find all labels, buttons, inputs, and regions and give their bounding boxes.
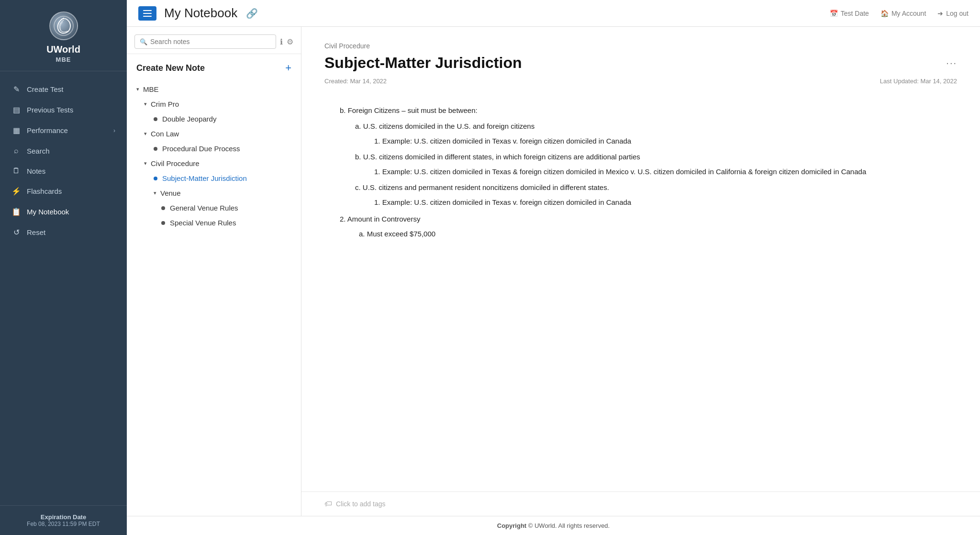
topbar-actions: 📅 Test Date 🏠 My Account ➜ Log out [830, 10, 969, 17]
note-created-date: Created: Mar 14, 2022 [324, 78, 387, 85]
search-actions: ℹ ⚙ [280, 37, 293, 46]
sidebar-item-create-test[interactable]: ✎ Create Test [0, 79, 127, 100]
performance-icon: ▦ [11, 126, 21, 135]
note-content-2a: a. Must exceed $75,000 [359, 227, 957, 240]
info-button[interactable]: ℹ [280, 37, 283, 46]
tree-item-label: Double Jeopardy [162, 115, 216, 123]
tree-item-label: Civil Procedure [151, 159, 200, 167]
bullet-icon [161, 206, 165, 210]
sidebar-item-my-notebook[interactable]: 📋 My Notebook [0, 201, 127, 222]
tree-item-procedural-due-process[interactable]: Procedural Due Process [127, 141, 301, 156]
tree-item-con-law[interactable]: ▾ Con Law [127, 126, 301, 141]
note-content-1b: 1. Example: U.S. citizen domiciled in Te… [374, 165, 957, 178]
calendar-icon: 📅 [830, 10, 838, 17]
filter-button[interactable]: ⚙ [287, 37, 293, 46]
tree-item-crim-pro[interactable]: ▾ Crim Pro [127, 97, 301, 111]
sidebar-item-label: Flashcards [27, 187, 62, 195]
bullet-icon [154, 147, 157, 151]
search-icon: 🔍 [140, 38, 147, 45]
my-account-action[interactable]: 🏠 My Account [880, 10, 926, 17]
tree-container: ▾ MBE ▾ Crim Pro Double Jeopardy ▾ Con L… [127, 82, 301, 516]
main-content: My Notebook 🔗 📅 Test Date 🏠 My Account ➜… [127, 0, 980, 535]
tag-icon: 🏷 [324, 500, 332, 508]
chevron-down-icon: ▾ [144, 131, 147, 137]
sidebar-item-label: Notes [27, 167, 45, 175]
bullet-icon [161, 221, 165, 225]
sidebar-logo: UWorld MBE [0, 0, 127, 71]
tree-item-label: Crim Pro [151, 100, 179, 108]
previous-tests-icon: ▤ [11, 105, 21, 114]
note-tags[interactable]: 🏷 Click to add tags [301, 491, 980, 516]
log-out-action[interactable]: ➜ Log out [937, 10, 969, 17]
footer-text: Copyright © UWorld. All rights reserved. [497, 522, 610, 529]
expiration-info: Expiration Date Feb 08, 2023 11:59 PM ED… [11, 513, 115, 527]
tree-item-subject-matter-jurisdiction[interactable]: Subject-Matter Jurisdiction [127, 171, 301, 186]
notebook-icon: 📋 [11, 207, 21, 216]
tags-placeholder: Click to add tags [336, 500, 386, 508]
chevron-down-icon: ▾ [154, 190, 156, 196]
tree-item-label: Procedural Due Process [162, 145, 240, 153]
sidebar-item-performance[interactable]: ▦ Performance › [0, 120, 127, 141]
sidebar-item-label: Reset [27, 228, 45, 236]
tree-item-venue[interactable]: ▾ Venue [127, 186, 301, 201]
tree-item-general-venue-rules[interactable]: General Venue Rules [127, 201, 301, 215]
sidebar-footer: Expiration Date Feb 08, 2023 11:59 PM ED… [0, 505, 127, 535]
sidebar-item-search[interactable]: ⌕ Search [0, 141, 127, 161]
menu-button[interactable] [138, 6, 156, 21]
note-content: Civil Procedure Subject-Matter Jurisdict… [301, 27, 980, 516]
note-content-a1: a. U.S. citizens domiciled in the U.S. a… [355, 120, 957, 147]
chevron-down-icon: ▾ [136, 86, 139, 92]
test-date-action[interactable]: 📅 Test Date [830, 10, 869, 17]
create-note-button[interactable]: + [285, 62, 291, 74]
flashcards-icon: ⚡ [11, 187, 21, 196]
create-test-icon: ✎ [11, 85, 21, 94]
tree-item-label: Special Venue Rules [170, 219, 236, 227]
brand-name: UWorld [46, 44, 80, 55]
create-note-label: Create New Note [136, 63, 205, 73]
note-category: Civil Procedure [324, 42, 957, 50]
note-updated-date: Last Updated: Mar 14, 2022 [880, 78, 957, 85]
search-input-wrap[interactable]: 🔍 [134, 34, 276, 49]
brand-sub: MBE [56, 56, 71, 63]
account-icon: 🏠 [880, 10, 889, 17]
note-content-b2: b. U.S. citizens domiciled in different … [355, 150, 957, 178]
bullet-icon [154, 117, 157, 121]
chevron-right-icon: › [113, 127, 115, 134]
notes-icon: 🗒 [11, 167, 21, 175]
tree-item-civil-procedure[interactable]: ▾ Civil Procedure [127, 156, 301, 171]
search-icon: ⌕ [11, 146, 21, 155]
tree-item-label: Venue [160, 189, 181, 197]
bullet-icon [154, 177, 157, 180]
chevron-down-icon: ▾ [144, 101, 147, 107]
note-content-1a: 1. Example: U.S. citizen domiciled in Te… [374, 134, 957, 147]
my-account-label: My Account [891, 10, 926, 17]
reset-icon: ↺ [11, 228, 21, 237]
sidebar-item-previous-tests[interactable]: ▤ Previous Tests [0, 100, 127, 120]
link-icon[interactable]: 🔗 [246, 8, 258, 19]
tree-item-mbe[interactable]: ▾ MBE [127, 82, 301, 97]
svg-rect-2 [143, 13, 152, 14]
page-footer: Copyright © UWorld. All rights reserved. [127, 516, 980, 535]
expiration-label: Expiration Date [11, 513, 115, 521]
tree-item-special-venue-rules[interactable]: Special Venue Rules [127, 215, 301, 230]
tree-item-label: General Venue Rules [170, 204, 238, 212]
notes-panel: 🔍 ℹ ⚙ Create New Note + ▾ MBE [127, 27, 301, 516]
search-input[interactable] [150, 38, 271, 45]
sidebar: UWorld MBE ✎ Create Test ▤ Previous Test… [0, 0, 127, 535]
expiration-value: Feb 08, 2023 11:59 PM EDT [11, 521, 115, 527]
tree-item-label: MBE [143, 85, 159, 93]
note-title: Subject-Matter Jurisdiction [324, 54, 522, 72]
note-content-inner: Civil Procedure Subject-Matter Jurisdict… [301, 27, 980, 491]
note-dates: Created: Mar 14, 2022 Last Updated: Mar … [324, 78, 957, 92]
sidebar-item-label: My Notebook [27, 208, 69, 216]
sidebar-item-label: Performance [27, 126, 68, 134]
more-options-button[interactable]: ... [946, 56, 957, 67]
sidebar-item-label: Create Test [27, 85, 63, 93]
sidebar-item-notes[interactable]: 🗒 Notes [0, 161, 127, 181]
tree-item-label: Con Law [151, 130, 179, 138]
note-title-row: Subject-Matter Jurisdiction ... [324, 54, 957, 78]
tree-item-double-jeopardy[interactable]: Double Jeopardy [127, 111, 301, 126]
sidebar-item-flashcards[interactable]: ⚡ Flashcards [0, 181, 127, 201]
sidebar-item-reset[interactable]: ↺ Reset [0, 222, 127, 243]
svg-rect-3 [143, 16, 152, 17]
